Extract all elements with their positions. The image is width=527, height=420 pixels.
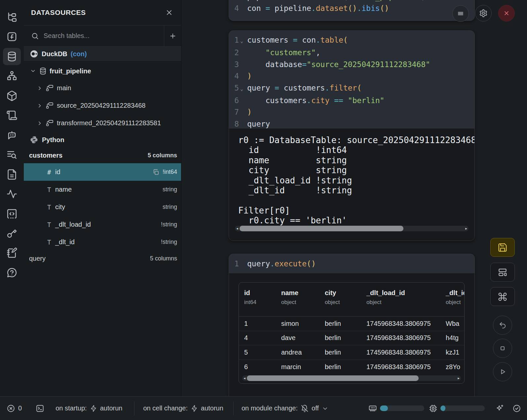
code-line: 6 customers.city == "berlin" bbox=[229, 95, 474, 106]
copy-icon[interactable] bbox=[153, 169, 159, 175]
scroll-right-arrow[interactable]: ▸ bbox=[456, 376, 461, 380]
tree-item-schema-source[interactable]: source_202504291112283468 bbox=[24, 97, 181, 114]
help-tab[interactable] bbox=[0, 263, 24, 283]
text-type-icon: T bbox=[47, 204, 55, 211]
code-cell-2[interactable]: 1⌄customers = con.table(2 "customers",3 … bbox=[229, 30, 475, 241]
code-cell-1[interactable]: 3pipeline = dlt.attach("fruit_pipeline")… bbox=[229, 0, 475, 21]
result-table-body: 1simonberlin1745968348.3806975Wba4davebe… bbox=[239, 317, 464, 374]
scroll-left-arrow[interactable]: ◂ bbox=[235, 226, 240, 231]
column-row-city[interactable]: T city string bbox=[24, 198, 181, 216]
code-line: 2 "customers", bbox=[229, 47, 474, 58]
database-icon bbox=[39, 67, 47, 75]
search-tables-box[interactable] bbox=[24, 25, 164, 46]
settings-button[interactable] bbox=[475, 5, 492, 21]
table-cell: dave bbox=[281, 334, 325, 342]
notebook-pen-icon bbox=[6, 248, 18, 259]
database-icon bbox=[6, 51, 18, 62]
dependencies-tab[interactable] bbox=[0, 66, 24, 86]
table-column-header[interactable]: cityobject bbox=[325, 289, 366, 306]
undo-button[interactable] bbox=[493, 316, 512, 335]
column-row-dlt-load-id[interactable]: T _dlt_load_id !string bbox=[24, 216, 181, 233]
tree-item-database[interactable]: fruit_pipeline bbox=[24, 63, 181, 79]
connection-row-duckdb[interactable]: DuckDB (con) bbox=[24, 47, 181, 61]
code-cell-3[interactable]: 1query.execute() idint64nameobjectcityob… bbox=[229, 254, 475, 396]
snippets-tab[interactable] bbox=[0, 204, 24, 224]
add-datasource-button[interactable] bbox=[164, 25, 181, 46]
on-startup-setting[interactable]: on startup: autorun bbox=[56, 404, 122, 412]
memory-stick-icon bbox=[368, 404, 377, 413]
table-cell: h4tg bbox=[446, 334, 465, 342]
command-palette-button[interactable] bbox=[490, 287, 515, 306]
log-search-tab[interactable] bbox=[0, 145, 24, 165]
scroll-left-arrow[interactable]: ◂ bbox=[242, 376, 247, 380]
code-line: 3 database="source_202504291112283468" bbox=[229, 59, 474, 70]
notebook-menu-button[interactable] bbox=[452, 5, 469, 22]
table-row[interactable]: 1simonberlin1745968348.3806975Wba bbox=[239, 317, 464, 331]
on-cell-change-setting[interactable]: on cell change: autorun bbox=[143, 404, 223, 412]
scrollbar-thumb[interactable] bbox=[240, 226, 403, 231]
table-column-header[interactable]: idint64 bbox=[244, 289, 281, 306]
ai-chat-tab[interactable] bbox=[0, 125, 24, 145]
datasources-tab[interactable] bbox=[0, 47, 24, 66]
schema-name: main bbox=[57, 84, 71, 92]
column-dtype: !string bbox=[161, 221, 177, 228]
bell-off-icon bbox=[301, 404, 309, 412]
code-line: 7) bbox=[229, 106, 474, 118]
cell-output: idint64nameobjectcityobject_dlt_load_ido… bbox=[229, 273, 474, 396]
schema-icon bbox=[46, 102, 54, 110]
documentation-tab[interactable] bbox=[0, 165, 24, 184]
column-row-name[interactable]: T name string bbox=[24, 181, 181, 198]
error-indicator[interactable]: 0 bbox=[7, 404, 22, 413]
package-box-icon bbox=[6, 90, 18, 101]
horizontal-scrollbar[interactable]: ◂ ▸ bbox=[235, 226, 469, 231]
table-column-header[interactable]: _dlt_load_idobject bbox=[366, 289, 446, 306]
terminal-icon bbox=[36, 404, 44, 413]
scroll-right-arrow[interactable]: ▸ bbox=[464, 226, 469, 231]
layout-toggle-button[interactable] bbox=[490, 263, 515, 282]
terminal-button[interactable] bbox=[36, 404, 44, 413]
horizontal-scrollbar[interactable]: ◂ ▸ bbox=[242, 375, 461, 381]
logs-tab[interactable] bbox=[0, 106, 24, 126]
chevron-right-icon bbox=[36, 120, 43, 127]
functions-tab[interactable] bbox=[0, 27, 24, 47]
table-row[interactable]: 5andreaberlin1745968348.3806975kzJ1 bbox=[239, 345, 464, 360]
shutdown-button[interactable] bbox=[498, 5, 515, 21]
close-panel-button[interactable] bbox=[165, 9, 173, 17]
chevron-down-icon bbox=[322, 405, 328, 412]
table-header-customers[interactable]: customers 5 columns bbox=[24, 148, 181, 163]
code-editor[interactable]: 1query.execute() bbox=[229, 254, 474, 273]
table-header-query[interactable]: query 5 columns bbox=[24, 251, 181, 266]
on-module-change-setting[interactable]: on module change: off bbox=[242, 404, 328, 412]
scrollbar-thumb[interactable] bbox=[247, 375, 419, 381]
table-column-header[interactable]: _dlt_idobject bbox=[446, 289, 465, 306]
table-row[interactable]: 4daveberlin1745968348.3806975h4tg bbox=[239, 331, 464, 346]
column-row-id[interactable]: # id !int64 bbox=[24, 163, 181, 181]
section-python[interactable]: Python bbox=[24, 132, 181, 148]
code-square-icon bbox=[6, 208, 18, 219]
save-notebook-button[interactable] bbox=[490, 238, 515, 257]
column-row-dlt-id[interactable]: T _dlt_id !string bbox=[24, 233, 181, 251]
cpu-usage bbox=[429, 404, 485, 413]
cpu-icon bbox=[429, 404, 437, 413]
file-explorer-tab[interactable] bbox=[0, 7, 24, 27]
secrets-tab[interactable] bbox=[0, 224, 24, 244]
table-row[interactable]: 6marcinberlin1745968348.3806975z8Yo bbox=[239, 360, 464, 374]
engine-name: DuckDB bbox=[42, 50, 67, 58]
code-line: 4) bbox=[229, 70, 474, 82]
stop-execution-button[interactable] bbox=[493, 339, 512, 358]
search-tables-input[interactable] bbox=[44, 32, 143, 40]
code-editor[interactable]: 3pipeline = dlt.attach("fruit_pipeline")… bbox=[229, 0, 474, 18]
table-column-header[interactable]: nameobject bbox=[281, 289, 325, 306]
tracing-tab[interactable] bbox=[0, 184, 24, 204]
code-editor[interactable]: 1⌄customers = con.table(2 "customers",3 … bbox=[229, 31, 474, 134]
ai-assist-button[interactable] bbox=[495, 404, 504, 413]
packages-tab[interactable] bbox=[0, 86, 24, 106]
undo-icon bbox=[498, 321, 507, 329]
close-icon bbox=[502, 9, 511, 18]
activity-rail bbox=[0, 0, 24, 396]
scratchpad-tab[interactable] bbox=[0, 243, 24, 263]
kernel-status-indicator[interactable] bbox=[512, 404, 521, 413]
run-all-button[interactable] bbox=[493, 362, 512, 381]
tree-item-schema-main[interactable]: main bbox=[24, 79, 181, 97]
tree-item-schema-transformed[interactable]: transformed_202504291112283581 bbox=[24, 114, 181, 132]
